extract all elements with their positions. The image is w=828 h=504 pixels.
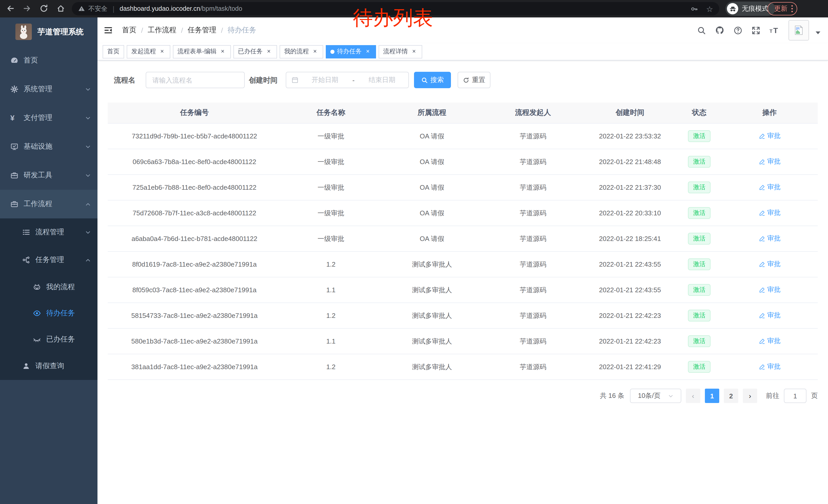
sidebar-item-label: 基础设施	[24, 142, 52, 151]
close-icon[interactable]: ×	[219, 48, 226, 55]
action-cell: 审批	[721, 183, 818, 192]
browser-back-icon[interactable]	[6, 4, 15, 13]
sidebar-item-done-tasks[interactable]: 已办任务	[0, 326, 97, 352]
sidebar-item-payment-mgmt[interactable]: ¥支付管理	[0, 103, 97, 132]
search-icon[interactable]	[697, 26, 706, 35]
sidebar-item-infrastructure[interactable]: 基础设施	[0, 132, 97, 161]
chevron-down-icon	[668, 393, 673, 399]
start-date-placeholder: 开始日期	[299, 75, 351, 85]
approve-link[interactable]: 审批	[758, 311, 781, 320]
close-icon[interactable]: ×	[410, 48, 418, 55]
tab-label: 流程表单-编辑	[177, 47, 216, 56]
tab-label: 我的流程	[284, 47, 309, 56]
security-label[interactable]: 不安全	[88, 4, 108, 13]
browser-forward-icon[interactable]	[23, 4, 31, 13]
task-name-cell: 一级审批	[281, 234, 381, 243]
approve-link[interactable]: 审批	[758, 157, 781, 166]
action-cell: 审批	[721, 285, 818, 295]
sidebar-item-home[interactable]: 首页	[0, 46, 97, 75]
create-time-range-picker[interactable]: 开始日期 - 结束日期	[286, 72, 409, 88]
approve-link[interactable]: 审批	[758, 336, 781, 346]
fullscreen-icon[interactable]	[752, 26, 760, 35]
approve-link[interactable]: 审批	[758, 183, 781, 192]
breadcrumb-separator: /	[181, 26, 183, 34]
close-icon[interactable]: ×	[364, 48, 371, 55]
broken-image-icon	[794, 25, 804, 35]
sidebar-fold-icon[interactable]	[104, 26, 113, 35]
create-time-cell: 2022-01-21 22:42:23	[583, 312, 677, 319]
starter-cell: 芋道源码	[483, 336, 583, 346]
close-icon[interactable]: ×	[265, 48, 273, 55]
tab-form-edit[interactable]: 流程表单-编辑×	[173, 45, 231, 58]
approve-link[interactable]: 审批	[758, 132, 781, 141]
prev-page-button[interactable]: ‹	[686, 388, 700, 403]
sidebar-item-workflow[interactable]: 工作流程	[0, 190, 97, 218]
avatar[interactable]	[788, 20, 809, 41]
reset-button[interactable]: 重置	[458, 72, 490, 88]
browser-reload-icon[interactable]	[40, 4, 48, 13]
process-name-input[interactable]	[146, 72, 245, 88]
approve-link[interactable]: 审批	[758, 209, 781, 218]
todo-table: 任务编号 任务名称 所属流程 流程发起人 创建时间 状态 操作 73211d9d…	[108, 102, 818, 380]
status-cell: 激活	[677, 182, 721, 193]
help-icon[interactable]	[734, 26, 742, 35]
action-cell: 审批	[721, 336, 818, 346]
breadcrumb-item[interactable]: 工作流程	[148, 26, 176, 35]
starter-cell: 芋道源码	[483, 183, 583, 192]
approve-link[interactable]: 审批	[758, 260, 781, 269]
breadcrumb-separator: /	[221, 26, 223, 34]
sidebar-item-my-process[interactable]: 我的流程	[0, 274, 97, 300]
robot-icon	[33, 283, 41, 291]
search-button[interactable]: 搜索	[414, 72, 451, 88]
breadcrumb-item[interactable]: 任务管理	[188, 26, 216, 35]
page-size-select[interactable]: 10条/页	[630, 388, 681, 403]
key-icon[interactable]	[690, 5, 698, 12]
bookmark-star-icon[interactable]: ☆	[706, 5, 713, 12]
create-time-cell: 2022-01-22 21:48:48	[583, 158, 677, 166]
browser-update-button[interactable]: 更新	[768, 2, 797, 15]
app-root: 不安全 | dashboard.yudao.iocoder.cn/bpm/tas…	[0, 0, 828, 504]
page-button-1[interactable]: 1	[705, 388, 719, 403]
pagination: 共 16 条 10条/页 ‹ 1 2 › 前往 页	[600, 388, 818, 403]
status-cell: 激活	[677, 233, 721, 244]
sidebar-item-todo-tasks[interactable]: 待办任务	[0, 300, 97, 326]
starter-cell: 芋道源码	[483, 234, 583, 243]
process-cell: 测试多审批人	[381, 311, 483, 320]
create-time-cell: 2022-01-21 22:41:29	[583, 363, 677, 371]
tab-process-detail[interactable]: 流程详情×	[379, 45, 422, 58]
process-cell: 测试多审批人	[381, 260, 483, 269]
sidebar-item-system-mgmt[interactable]: 系统管理	[0, 75, 97, 103]
approve-link[interactable]: 审批	[758, 362, 781, 371]
chevron-down-icon	[85, 229, 91, 235]
next-page-button[interactable]: ›	[743, 388, 757, 403]
sidebar-item-dev-tools[interactable]: 研发工具	[0, 161, 97, 190]
create-time-cell: 2022-01-22 20:33:10	[583, 209, 677, 217]
close-icon[interactable]: ×	[312, 48, 319, 55]
breadcrumb-item[interactable]: 首页	[122, 26, 136, 35]
tab-my-process[interactable]: 我的流程×	[280, 45, 323, 58]
tab-start-process[interactable]: 发起流程×	[127, 45, 170, 58]
sidebar-item-leave-query[interactable]: 请假查询	[0, 352, 97, 380]
sidebar-item-process-mgmt[interactable]: 流程管理	[0, 218, 97, 246]
tab-done-tasks[interactable]: 已办任务×	[234, 45, 277, 58]
github-icon[interactable]	[715, 26, 724, 35]
starter-cell: 芋道源码	[483, 157, 583, 166]
close-icon[interactable]: ×	[159, 48, 166, 55]
sidebar-logo[interactable]: 芋道管理系统	[0, 17, 97, 46]
tab-home[interactable]: 首页	[102, 45, 124, 58]
sidebar-item-task-mgmt[interactable]: 任务管理	[0, 246, 97, 274]
status-badge: 激活	[688, 284, 710, 296]
avatar-caret-icon[interactable]	[815, 31, 821, 35]
browser-home-icon[interactable]	[56, 4, 65, 13]
goto-page-input[interactable]	[784, 388, 806, 403]
action-cell: 审批	[721, 260, 818, 269]
table-row: 75d72608-7b7f-11ec-a3c8-acde48001122一级审批…	[108, 200, 818, 226]
browser-menu-dots-icon[interactable]	[791, 5, 793, 13]
gear-icon	[10, 85, 18, 93]
font-size-icon[interactable]: TT	[770, 26, 779, 35]
approve-link[interactable]: 审批	[758, 285, 781, 294]
status-cell: 激活	[677, 156, 721, 168]
approve-link[interactable]: 审批	[758, 234, 781, 243]
tab-todo-tasks[interactable]: 待办任务×	[326, 45, 376, 58]
page-button-2[interactable]: 2	[724, 388, 738, 403]
